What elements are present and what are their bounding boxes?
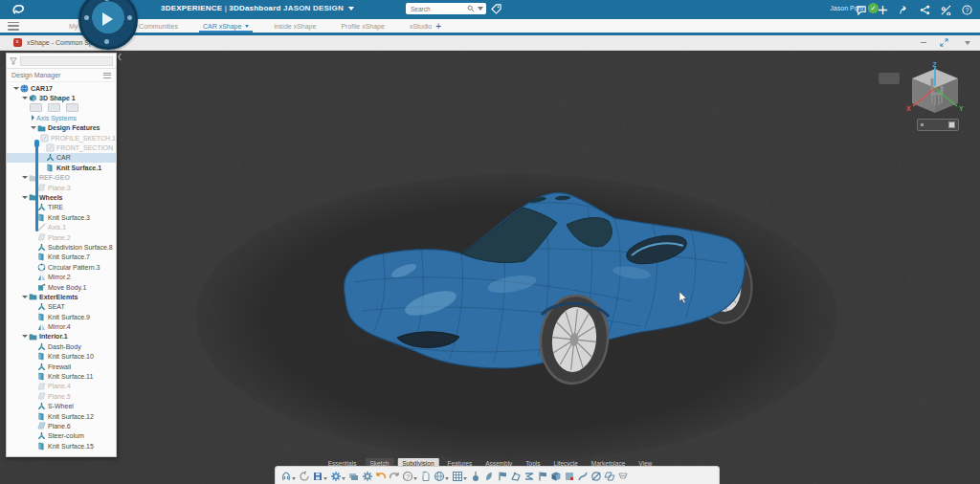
box-corner-icon[interactable] [563, 471, 575, 483]
view-cube[interactable]: Z X Y [903, 61, 967, 122]
expand-button[interactable] [940, 38, 948, 47]
undo-icon[interactable] [374, 471, 387, 483]
tree-item-ref-geo[interactable]: REF-GEO [7, 173, 116, 183]
tree-item-wheels[interactable]: Wheels [7, 192, 116, 202]
plane-pair-icon[interactable] [603, 471, 615, 483]
tree-item-mirror-2[interactable]: Mirror.2 [7, 272, 116, 281]
tree-item-knit-surface-3[interactable]: Knit Surface.3 [7, 212, 116, 222]
3d-viewport[interactable]: Z X Y EssentialsSketchSubdivisionFeature… [0, 50, 980, 484]
tree-item-knit-surface-12[interactable]: Knit Surface.12 [7, 411, 116, 421]
search-scope-chevron-icon[interactable] [478, 7, 483, 11]
tree-item-profile-sketch-1[interactable]: PROFILE_SKETCH.1 [7, 133, 116, 143]
tree-item-dash-body[interactable]: Dash-Body [7, 341, 116, 351]
search-input[interactable] [409, 5, 467, 13]
tree-item-knit-surface-15[interactable]: Knit Surface.15 [7, 441, 116, 451]
tree-item-plane-6[interactable]: Plane.6 [7, 421, 116, 430]
box-rotate-icon[interactable] [549, 471, 562, 483]
tree-item-subdivision-surface-8[interactable]: Subdivision Surface.8 [7, 242, 116, 252]
tree-item-exterelemts[interactable]: ExterElemts [7, 292, 116, 301]
tree-open-arrow-icon[interactable] [21, 97, 28, 99]
menu-icon[interactable] [8, 22, 19, 31]
tree-item-interior-1[interactable]: Interior.1 [7, 332, 116, 341]
tree-item-design-features[interactable]: Design Features [7, 123, 116, 133]
panel-search-input[interactable] [20, 56, 113, 66]
polygon-arrow-icon[interactable] [509, 471, 522, 483]
tree-item-seat[interactable]: SEAT [7, 302, 116, 312]
surface-curve-icon[interactable] [482, 471, 495, 483]
tree-item-plane-2[interactable]: Plane.2 [7, 232, 116, 242]
curve-icon[interactable] [576, 471, 589, 483]
tree-closed-arrow-icon[interactable] [30, 115, 36, 121]
gear-icon[interactable] [361, 471, 373, 483]
tree-item-tire[interactable]: TIRE [7, 203, 116, 212]
tree-item-axis-1[interactable]: Axis.1 [7, 222, 116, 231]
collapse-window-chevron-icon[interactable] [965, 41, 970, 45]
dropdown-caret-icon[interactable] [292, 477, 296, 480]
pin-sphere-icon[interactable] [469, 471, 481, 483]
dropdown-caret-icon[interactable] [463, 477, 467, 480]
add-tab-button[interactable]: + [435, 21, 441, 32]
tree-item-car[interactable]: CAR [7, 153, 116, 163]
minimize-button[interactable] [921, 42, 926, 44]
tree-item-s-wheel[interactable]: S-Wheel [7, 402, 116, 411]
tree-item-knit-surface-7[interactable]: Knit Surface.7 [7, 253, 116, 262]
save-icon[interactable] [311, 471, 323, 483]
sphere-slash-icon[interactable] [590, 471, 602, 483]
view-options-dropdown[interactable] [917, 119, 959, 131]
grid-table-icon[interactable] [451, 471, 463, 483]
dropdown-caret-icon[interactable] [342, 477, 345, 480]
tree-open-arrow-icon[interactable] [21, 335, 28, 338]
wireframe-icon[interactable] [616, 471, 629, 483]
flag-icon[interactable] [536, 471, 548, 483]
settings-gear-icon[interactable] [329, 471, 342, 483]
car-model[interactable] [316, 158, 775, 397]
panel-collapse-handle[interactable]: ❮ [117, 53, 122, 60]
dropdown-caret-icon[interactable] [323, 477, 327, 480]
quick-button[interactable] [66, 103, 78, 112]
tree-item-front-section[interactable]: FRONT_SECTION [7, 143, 116, 152]
add-icon[interactable] [877, 4, 888, 15]
redo-icon[interactable] [388, 471, 400, 483]
tab-profile-xshape[interactable]: Profile xShape [341, 19, 385, 33]
flag-surface-icon[interactable] [496, 471, 508, 483]
quick-button[interactable] [48, 103, 60, 112]
collab-icon[interactable] [940, 4, 951, 15]
tree-item-mirror-4[interactable]: Mirror.4 [7, 321, 116, 331]
tag-icon[interactable] [491, 4, 501, 14]
search-box[interactable] [406, 3, 486, 14]
help-tool-icon[interactable]: ? [401, 471, 413, 483]
filter-icon[interactable] [10, 57, 17, 65]
panel-menu-icon[interactable] [103, 73, 111, 78]
tree-quick-buttons[interactable] [7, 103, 116, 113]
tree-item-plane-3[interactable]: Plane.3 [7, 183, 116, 192]
tree-item-car17[interactable]: CAR17 [7, 83, 116, 93]
zigzag-icon[interactable] [523, 471, 535, 483]
dropdown-caret-icon[interactable] [445, 477, 449, 480]
tree-item-3d-shape-1[interactable]: 3D Shape 1 [7, 93, 116, 102]
new-page-icon[interactable] [419, 471, 432, 483]
tab-car-xshape[interactable]: CAR xShape [203, 19, 249, 33]
tree-open-arrow-icon[interactable] [30, 126, 36, 129]
viewcube-side-button[interactable] [879, 73, 900, 84]
tree-item-steer-colum[interactable]: Steer-colum [7, 431, 116, 441]
chat-icon[interactable] [856, 4, 867, 15]
dashboard-name[interactable]: JASON DESIGN [283, 4, 344, 12]
tree-item-knit-surface-9[interactable]: Knit Surface.9 [7, 312, 116, 321]
help-icon[interactable]: ? [961, 4, 972, 15]
tree-item-plane-4[interactable]: Plane.4 [7, 382, 116, 391]
quick-button[interactable] [30, 103, 42, 112]
tree-item-firewall[interactable]: Firewall [7, 362, 116, 371]
tree-open-arrow-icon[interactable] [21, 176, 28, 179]
tab-xstudio[interactable]: xStudio [410, 19, 432, 33]
tree-open-arrow-icon[interactable] [12, 87, 19, 90]
tree-open-arrow-icon[interactable] [21, 196, 28, 199]
tree-item-axis-systems[interactable]: Axis Systems [7, 113, 116, 122]
dropdown-caret-icon[interactable] [413, 477, 417, 480]
tree-item-knit-surface-10[interactable]: Knit Surface.10 [7, 352, 116, 362]
tree-item-knit-surface-1[interactable]: Knit Surface.1 [7, 163, 116, 172]
tree-item-move-body-1[interactable]: Move Body.1 [7, 282, 116, 292]
tab-inside-xshape[interactable]: inside xShape [274, 19, 316, 33]
refresh-icon[interactable] [298, 471, 310, 483]
globe-icon[interactable] [433, 471, 445, 483]
layers-icon[interactable] [347, 471, 360, 483]
